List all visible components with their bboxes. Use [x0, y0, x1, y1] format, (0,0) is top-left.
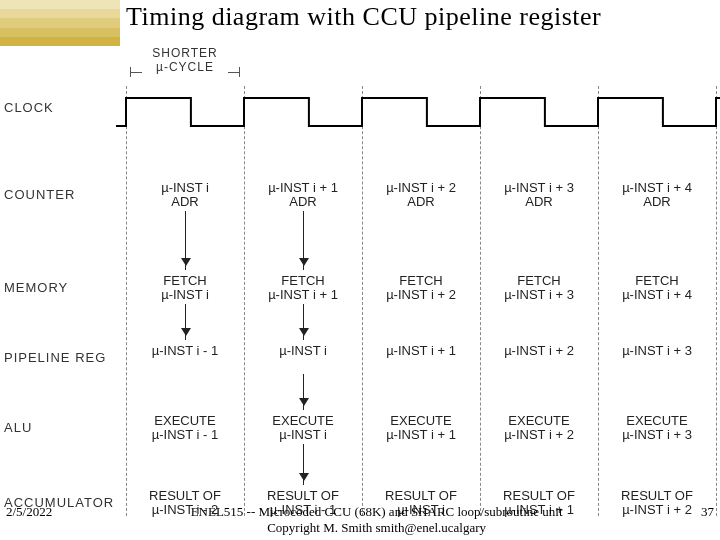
flow-arrow: [303, 304, 304, 340]
footer: 2/5/2022 ENEL515 -- Microcoded CCU (68K)…: [0, 504, 720, 536]
cell-counter-c1: µ-INST i + 1ADR: [248, 181, 358, 209]
footer-date: 2/5/2022: [6, 504, 52, 536]
cell-counter-c2: µ-INST i + 2ADR: [366, 181, 476, 209]
flow-arrow: [185, 211, 186, 270]
cell-alu-c0: EXECUTEµ-INST i - 1: [130, 414, 240, 442]
cell-memory-c4: FETCHµ-INST i + 4: [602, 274, 712, 302]
cell-counter-c0: µ-INST iADR: [130, 181, 240, 209]
row-label-pipeline: PIPELINE REG: [4, 350, 106, 365]
cycle-width-bracket: SHORTERµ-CYCLE: [130, 46, 240, 74]
flow-arrow: [303, 374, 304, 410]
flow-arrow: [185, 304, 186, 340]
row-label-counter: COUNTER: [4, 187, 75, 202]
cell-counter-c4: µ-INST i + 4ADR: [602, 181, 712, 209]
cell-memory-c3: FETCHµ-INST i + 3: [484, 274, 594, 302]
page-title: Timing diagram with CCU pipeline registe…: [120, 0, 601, 32]
cell-alu-c3: EXECUTEµ-INST i + 2: [484, 414, 594, 442]
footer-page: 37: [701, 504, 714, 536]
cell-counter-c3: µ-INST i + 3ADR: [484, 181, 594, 209]
cell-memory-c0: FETCHµ-INST i: [130, 274, 240, 302]
cycle-divider: [244, 86, 245, 516]
cell-pipeline-c4: µ-INST i + 3: [602, 344, 712, 358]
row-label-alu: ALU: [4, 420, 32, 435]
cell-pipeline-c0: µ-INST i - 1: [130, 344, 240, 358]
cell-pipeline-c2: µ-INST i + 1: [366, 344, 476, 358]
footer-caption: ENEL515 -- Microcoded CCU (68K) and SHAR…: [52, 504, 701, 536]
cycle-divider: [598, 86, 599, 516]
flow-arrow: [303, 211, 304, 270]
cell-pipeline-c3: µ-INST i + 2: [484, 344, 594, 358]
cycle-divider: [362, 86, 363, 516]
cycle-divider: [480, 86, 481, 516]
clock-waveform: [0, 86, 720, 146]
decorative-swatch: [0, 0, 120, 46]
timing-diagram: CLOCKCOUNTERMEMORYPIPELINE REGALUACCUMUL…: [0, 46, 720, 540]
cell-alu-c1: EXECUTEµ-INST i: [248, 414, 358, 442]
cell-memory-c1: FETCHµ-INST i + 1: [248, 274, 358, 302]
cell-pipeline-c1: µ-INST i: [248, 344, 358, 358]
row-label-memory: MEMORY: [4, 280, 68, 295]
flow-arrow: [303, 444, 304, 485]
cycle-divider: [716, 86, 717, 516]
cycle-divider: [126, 86, 127, 516]
cell-memory-c2: FETCHµ-INST i + 2: [366, 274, 476, 302]
cell-alu-c4: EXECUTEµ-INST i + 3: [602, 414, 712, 442]
cell-alu-c2: EXECUTEµ-INST i + 1: [366, 414, 476, 442]
